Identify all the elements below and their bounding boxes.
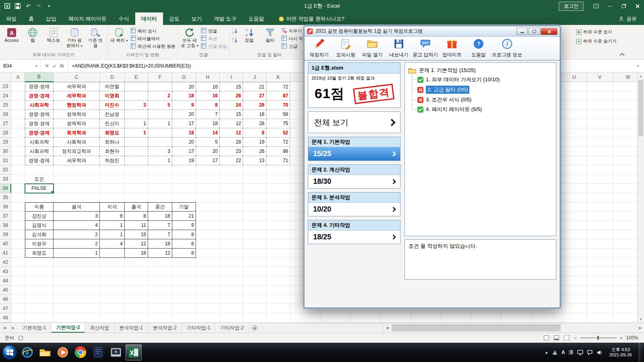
refresh-all-button[interactable]: 모두 새로 고침 ▾ <box>179 26 200 50</box>
cell-B35[interactable] <box>25 193 54 202</box>
cell-E26[interactable] <box>125 110 148 119</box>
cell-I35[interactable] <box>220 193 243 202</box>
cell-U41[interactable] <box>562 249 587 258</box>
cell-K23[interactable]: 72 <box>266 82 290 91</box>
tree-item[interactable]: 2. 고급 필터 (0/5) <box>412 84 553 95</box>
taskbar-icon-chrome[interactable] <box>72 344 89 360</box>
cell-H42[interactable] <box>196 258 220 267</box>
tree-item[interactable]: 1. 외부 데이터 가져오기 (10/10) <box>412 75 553 84</box>
cell-A33[interactable] <box>11 175 25 184</box>
cell-G41[interactable]: 8 <box>172 249 196 258</box>
ribbon-tab-데이터[interactable]: 데이터 <box>135 12 163 25</box>
cell-H38[interactable] <box>196 221 220 230</box>
tray-app-icon[interactable] <box>552 350 558 356</box>
cell-I45[interactable] <box>220 286 243 295</box>
toolbar-button-qna[interactable]: Q&A묻고 답하기 <box>412 37 439 59</box>
taskbar-icon-excel[interactable]: X <box>126 344 142 360</box>
cell-I27[interactable]: 12 <box>220 119 243 128</box>
cell-N48[interactable] <box>351 313 381 323</box>
cell-D28[interactable]: 최명도 <box>100 128 125 138</box>
cell-C44[interactable] <box>54 276 100 286</box>
cell-D37[interactable]: 6 <box>100 212 125 221</box>
cell-H48[interactable] <box>196 313 220 323</box>
qat-customize-icon[interactable]: ▾ <box>46 3 52 9</box>
cell-D35[interactable] <box>100 193 125 202</box>
cell-I47[interactable] <box>220 304 243 313</box>
cell-D27[interactable]: 진선미 <box>100 119 125 128</box>
cell-R48[interactable] <box>471 313 502 323</box>
cell-C33[interactable] <box>54 175 100 184</box>
cell-U27[interactable] <box>562 119 587 128</box>
cell-A24[interactable] <box>11 91 25 101</box>
cell-U35[interactable] <box>562 193 587 202</box>
cell-V30[interactable] <box>587 147 613 156</box>
row-header-30[interactable]: 30 <box>0 147 11 156</box>
cell-V32[interactable] <box>587 165 613 175</box>
cell-E33[interactable] <box>125 175 148 184</box>
cell-C40[interactable]: 2 <box>54 239 100 249</box>
cell-E38[interactable]: 11 <box>125 221 148 230</box>
cell-H47[interactable] <box>196 304 220 313</box>
cell-G29[interactable]: 20 <box>172 138 196 147</box>
cell-K43[interactable] <box>266 267 290 276</box>
cell-G28[interactable]: 18 <box>172 128 196 138</box>
cell-K29[interactable]: 72 <box>266 138 290 147</box>
cell-V31[interactable] <box>587 156 613 165</box>
cell-C36[interactable]: 결석 <box>54 202 100 212</box>
row-header-40[interactable]: 40 <box>0 239 11 249</box>
cell-I24[interactable]: 26 <box>220 91 243 101</box>
텍스트-button[interactable]: 텍스트 <box>43 26 64 44</box>
cell-J47[interactable] <box>243 304 266 313</box>
cell-E48[interactable] <box>125 313 148 323</box>
column-header-U[interactable]: U <box>562 72 587 82</box>
cell-G35[interactable] <box>172 193 196 202</box>
cell-J32[interactable] <box>243 165 266 175</box>
cell-C35[interactable] <box>54 193 100 202</box>
cell-G48[interactable] <box>172 313 196 323</box>
row-header-27[interactable]: 27 <box>0 119 11 128</box>
연결 편집-button[interactable]: 연결 편집 <box>201 43 227 49</box>
cell-G47[interactable] <box>172 304 196 313</box>
row-header-29[interactable]: 29 <box>0 138 11 147</box>
cell-H35[interactable] <box>196 193 220 202</box>
cell-V42[interactable] <box>587 258 613 267</box>
cell-I29[interactable]: 28 <box>220 138 243 147</box>
cell-U38[interactable] <box>562 221 587 230</box>
cell-I38[interactable] <box>220 221 243 230</box>
cell-J23[interactable]: 21 <box>243 82 266 91</box>
cell-G36[interactable]: 기말 <box>172 202 196 212</box>
column-header-G[interactable]: G <box>172 72 196 82</box>
cell-U36[interactable] <box>562 202 587 212</box>
ribbon-tab-보기[interactable]: 보기 <box>186 12 208 25</box>
row-header-24[interactable]: 24 <box>0 91 11 101</box>
ribbon-tab-삽입[interactable]: 삽입 <box>40 12 62 25</box>
cell-F34[interactable] <box>148 184 172 193</box>
cell-U33[interactable] <box>562 175 587 184</box>
cell-F26[interactable] <box>148 110 172 119</box>
cell-F45[interactable] <box>148 286 172 295</box>
zoom-level[interactable]: 100% <box>626 335 638 341</box>
insert-function-icon[interactable]: fx <box>60 63 64 69</box>
cell-A31[interactable] <box>11 156 25 165</box>
cell-C30[interactable]: 정치외교학과 <box>54 147 100 156</box>
sheet-nav-right-icon[interactable]: ▶ <box>9 323 18 333</box>
sheet-tab-기타작업-1[interactable]: 기타작업-1 <box>182 323 216 333</box>
sheet-tab-기타작업-2[interactable]: 기타작업-2 <box>215 323 249 333</box>
cell-V43[interactable] <box>587 267 613 276</box>
cell-D39[interactable]: 1 <box>100 230 125 239</box>
cell-G39[interactable]: 8 <box>172 230 196 239</box>
cell-U32[interactable] <box>562 165 587 175</box>
cell-A34[interactable] <box>11 184 25 193</box>
cell-B47[interactable] <box>25 304 54 313</box>
cell-E43[interactable] <box>125 267 148 276</box>
cell-U23[interactable] <box>562 82 587 91</box>
cell-B25[interactable]: 사회과학 <box>25 101 54 110</box>
cell-D23[interactable]: 이면철 <box>100 82 125 91</box>
cell-E27[interactable]: 1 <box>125 119 148 128</box>
cell-D24[interactable]: 이영희 <box>100 91 125 101</box>
cell-D25[interactable]: 이진수 <box>100 101 125 110</box>
cell-D41[interactable] <box>100 249 125 258</box>
cell-A42[interactable] <box>11 258 25 267</box>
cell-K46[interactable] <box>266 295 290 304</box>
sheet-nav-left-icon[interactable]: ◀ <box>0 323 9 333</box>
